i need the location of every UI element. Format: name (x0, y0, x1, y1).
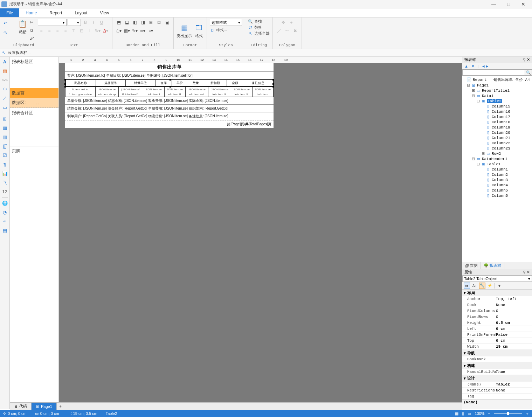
col-header[interactable]: 数量 (188, 80, 204, 86)
zoom-slider[interactable] (494, 413, 522, 414)
col-header[interactable]: 折扣额 (204, 80, 227, 86)
tab-home[interactable]: Home (19, 8, 43, 17)
fill-style-button[interactable]: ▦▾ (123, 27, 130, 34)
tree-search-input[interactable] (462, 69, 525, 76)
tool-svg[interactable]: SVG (1, 76, 8, 83)
band-page-footer[interactable]: 页脚 (10, 146, 58, 156)
report-meta-row-1[interactable]: 客户: [JSON.item.sell.fc] 单据日期: [JSON.item… (65, 72, 274, 79)
tool-rect[interactable]: ▭ (1, 104, 8, 111)
tool-chart[interactable]: 📊 (1, 170, 8, 177)
report-meta-row-4[interactable]: 制单用户: [Report.GetCo] 关联人员: [Report.GetCo… (65, 112, 274, 120)
valign-top-button[interactable]: ⊤ (70, 27, 77, 34)
props-alpha-button[interactable]: A↓ (471, 283, 478, 289)
tool-barcode2[interactable]: ∭ (1, 143, 8, 150)
props-object-selector[interactable]: Table2 TableObject▾ (462, 276, 532, 282)
col-header[interactable]: 金额 (227, 80, 243, 86)
poly-line-button[interactable]: ／ (276, 27, 283, 34)
tool-sparkline[interactable]: 〽 (1, 179, 8, 186)
font-family-combo[interactable]: ▾ (38, 19, 67, 26)
pin-icon[interactable]: ⚲ (523, 57, 526, 62)
border-left-button[interactable]: ◧ (131, 19, 138, 26)
styles-dialog-button[interactable]: 🗋样式... (210, 27, 227, 33)
tab-report[interactable]: Report (43, 8, 68, 17)
tab-layout[interactable]: Layout (68, 8, 94, 17)
tool-subreport[interactable]: ▤ (1, 227, 8, 234)
props-wrench-button[interactable]: 🔧 (479, 283, 485, 289)
style-combo[interactable]: 选择样式▾ (210, 19, 242, 26)
selectall-button[interactable]: ↖选择全部 (248, 31, 270, 36)
poly-curve-button[interactable]: 〰 (284, 27, 291, 34)
undo-button[interactable]: ↶ (2, 20, 9, 27)
report-meta-row-2[interactable]: 单据金额: [JSON.item.se] 优惠金额: [JSON.item.se… (65, 97, 274, 105)
col-header[interactable]: 计量单位 (126, 80, 156, 86)
tool-number[interactable]: 12 (1, 188, 8, 195)
align-right-button[interactable]: ≡ (54, 27, 61, 34)
add-page-button[interactable]: ＋ (57, 403, 64, 410)
tab-code[interactable]: 🗎代码 (10, 403, 32, 410)
props-events-button[interactable]: ⚡ (487, 283, 493, 289)
tool-line[interactable]: ／ (1, 95, 8, 102)
designer-toolbar-label[interactable]: 设置报表栏... (8, 50, 30, 55)
border-outer-button[interactable]: ▣ (164, 19, 171, 26)
col-header[interactable]: 仓库 (156, 80, 172, 86)
expand-icon[interactable]: ▾ (464, 291, 466, 295)
pointer-tool-icon[interactable]: ↖ (2, 50, 5, 55)
align-justify-button[interactable]: ≡ (62, 27, 69, 34)
tool-barcode[interactable]: ▥ (1, 133, 8, 140)
bold-button[interactable]: B (82, 19, 89, 26)
band-report-summary[interactable]: 报表合计区 (10, 108, 58, 146)
tab-view[interactable]: View (94, 8, 115, 17)
zoom-out-button[interactable]: − (488, 411, 490, 416)
border-top-button[interactable]: ⬒ (115, 19, 122, 26)
report-data-table[interactable]: N.item.sell.in.JSON.item.se[JSON.item.se… (65, 87, 274, 97)
border-right-button[interactable]: ◨ (139, 19, 146, 26)
tab-report-tree[interactable]: 🌳报表树 (481, 262, 504, 269)
panel-close-icon[interactable]: ✕ (527, 57, 530, 62)
tool-image[interactable]: ▧ (1, 67, 8, 74)
copy-button[interactable]: ⧉ (28, 27, 35, 34)
report-meta-row-3[interactable]: 结算金额: [JSON.item.se] 资金账户: [Report.GetCo… (65, 105, 274, 112)
zoom-in-button[interactable]: ＋ (525, 411, 529, 416)
fill-color-button[interactable]: ◌▾ (115, 27, 122, 34)
tool-html[interactable]: ‹/› (1, 218, 8, 225)
cut-button[interactable]: ✂ (28, 19, 35, 26)
minimize-button[interactable]: — (486, 0, 501, 8)
poly-add-button[interactable]: ＋ (288, 19, 295, 26)
design-canvas[interactable]: 销售出库单 客户: [JSON.item.sell.fc] 单据日期: [JSO… (59, 63, 462, 409)
report-title-cell[interactable]: 销售出库单 (65, 63, 274, 72)
tab-file[interactable]: File (0, 8, 19, 17)
tool-text[interactable]: A (1, 58, 8, 65)
col-header[interactable]: 商品名称 (66, 80, 96, 86)
view-mode-1-icon[interactable]: ▦ (455, 411, 458, 416)
expand-icon[interactable]: ▾ (464, 351, 466, 355)
tool-matrix[interactable]: ▦ (1, 124, 8, 131)
nav-up-icon[interactable]: ▲ (464, 64, 468, 68)
align-center-button[interactable]: ≡ (46, 27, 53, 34)
font-size-combo[interactable]: ▾ (68, 19, 81, 26)
line-width-button[interactable]: ═▾ (139, 27, 146, 34)
format-painter-button[interactable]: 🖌 (28, 35, 35, 42)
tool-richtext[interactable]: ¶ (1, 161, 8, 168)
nav-prev-icon[interactable]: ◄► (482, 64, 489, 68)
format-button[interactable]: 🗔 格式 (194, 23, 204, 39)
pin-icon[interactable]: ⚲ (523, 270, 526, 274)
font-color-button[interactable]: A▾ (102, 27, 109, 34)
border-bottom-button[interactable]: ⬓ (123, 19, 130, 26)
italic-button[interactable]: I (90, 19, 97, 26)
line-style-button[interactable]: ≡▾ (147, 27, 154, 34)
tool-table[interactable]: ⊞ (1, 115, 8, 122)
close-button[interactable]: ✕ (516, 0, 531, 8)
report-page-footer[interactable]: 第[Page]页/共[TotalPages]页 (65, 120, 274, 128)
line-color-button[interactable]: ✎▾ (131, 27, 138, 34)
band-report-title[interactable]: 报表标题区 (10, 57, 58, 88)
col-header[interactable]: 备注信息 (243, 80, 273, 86)
tab-page1[interactable]: 🗏Page1 (32, 403, 57, 410)
tool-shape[interactable]: ⬭ (1, 85, 8, 92)
col-header[interactable]: 单价 (172, 80, 188, 86)
poly-move-button[interactable]: ✥ (280, 19, 287, 26)
find-button[interactable]: 🔍查找 (248, 19, 262, 24)
tool-gauge[interactable]: ◔ (1, 209, 8, 216)
border-none-button[interactable]: ⊡ (156, 19, 163, 26)
rotate-button[interactable]: ↻▾ (94, 27, 101, 34)
paste-button[interactable]: 📋 粘贴 (18, 19, 28, 35)
